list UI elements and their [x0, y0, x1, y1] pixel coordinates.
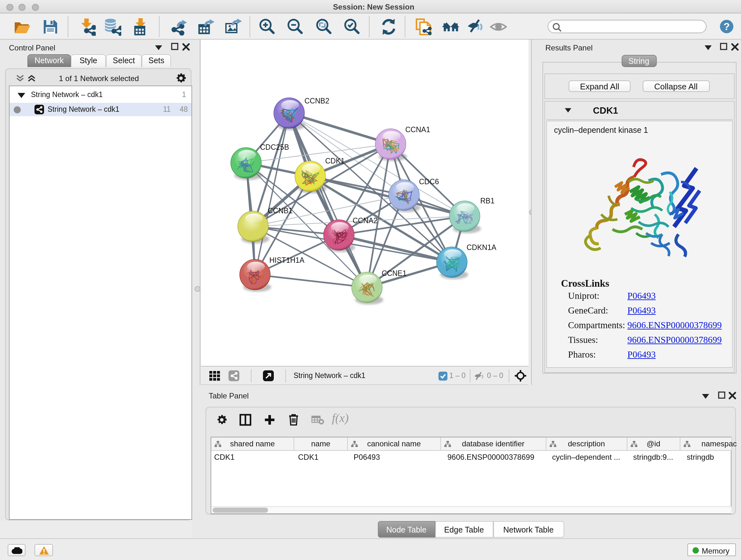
svg-text:CCNE1: CCNE1	[382, 269, 407, 277]
svg-text:CDKN1A: CDKN1A	[467, 243, 496, 252]
svg-text:CDC6: CDC6	[419, 178, 439, 186]
svg-text:CCNB2: CCNB2	[305, 97, 329, 105]
svg-text:CDK1: CDK1	[325, 157, 345, 165]
svg-text:CCNA1: CCNA1	[405, 125, 430, 134]
svg-text:HIST1H1A: HIST1H1A	[269, 256, 305, 264]
svg-text:CDC25B: CDC25B	[260, 143, 289, 151]
svg-text:RB1: RB1	[480, 197, 495, 205]
svg-text:CCNA2: CCNA2	[353, 216, 378, 225]
svg-text:CCNB1: CCNB1	[268, 206, 293, 215]
